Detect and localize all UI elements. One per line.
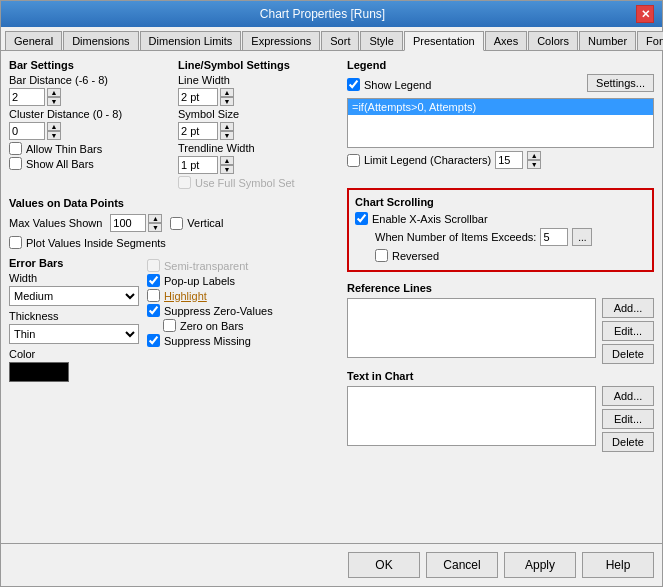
reversed-row: Reversed: [375, 249, 646, 262]
cluster-distance-spinbox: ▲ ▼: [9, 122, 170, 140]
window-title: Chart Properties [Runs]: [9, 7, 636, 21]
line-width-input[interactable]: [178, 88, 218, 106]
symbol-size-down[interactable]: ▼: [220, 131, 234, 140]
vertical-label: Vertical: [187, 217, 223, 229]
reference-lines-textarea[interactable]: [347, 298, 596, 358]
ref-edit-button[interactable]: Edit...: [602, 321, 654, 341]
bar-distance-input[interactable]: [9, 88, 45, 106]
vertical-checkbox[interactable]: [170, 217, 183, 230]
popup-labels-checkbox[interactable]: [147, 274, 160, 287]
settings-button[interactable]: Settings...: [587, 74, 654, 92]
max-values-up[interactable]: ▲: [148, 214, 162, 223]
tab-general[interactable]: General: [5, 31, 62, 50]
exceeds-input[interactable]: [540, 228, 568, 246]
enable-xaxis-checkbox[interactable]: [355, 212, 368, 225]
cluster-distance-label: Cluster Distance (0 - 8): [9, 108, 170, 120]
symbol-size-spinbox: ▲ ▼: [178, 122, 339, 140]
limit-legend-input[interactable]: [495, 151, 523, 169]
chart-properties-window: Chart Properties [Runs] ✕ General Dimens…: [0, 0, 663, 587]
ref-delete-button[interactable]: Delete: [602, 344, 654, 364]
when-exceeds-row: When Number of Items Exceeds: ...: [375, 228, 646, 246]
tab-number[interactable]: Number: [579, 31, 636, 50]
close-button[interactable]: ✕: [636, 5, 654, 23]
highlight-checkbox[interactable]: [147, 289, 160, 302]
color-label: Color: [9, 348, 139, 360]
title-bar: Chart Properties [Runs] ✕: [1, 1, 662, 27]
show-legend-checkbox[interactable]: [347, 78, 360, 91]
text-edit-button[interactable]: Edit...: [602, 409, 654, 429]
symbol-size-up[interactable]: ▲: [220, 122, 234, 131]
line-width-down[interactable]: ▼: [220, 97, 234, 106]
trendline-width-arrows: ▲ ▼: [220, 156, 234, 174]
semi-transparent-checkbox[interactable]: [147, 259, 160, 272]
suppress-zero-row: Suppress Zero-Values: [147, 304, 339, 317]
reversed-checkbox[interactable]: [375, 249, 388, 262]
thickness-select[interactable]: Thin Medium Thick: [9, 324, 139, 344]
line-symbol-group: Line/Symbol Settings Line Width ▲ ▼ Symb…: [178, 59, 339, 191]
use-full-symbol-label: Use Full Symbol Set: [195, 177, 295, 189]
symbol-size-input[interactable]: [178, 122, 218, 140]
trendline-width-spinbox: ▲ ▼: [178, 156, 339, 174]
max-values-label: Max Values Shown: [9, 217, 102, 229]
trendline-width-input[interactable]: [178, 156, 218, 174]
cluster-distance-input[interactable]: [9, 122, 45, 140]
tab-dimensions[interactable]: Dimensions: [63, 31, 138, 50]
line-width-arrows: ▲ ▼: [220, 88, 234, 106]
tab-axes[interactable]: Axes: [485, 31, 527, 50]
popup-labels-row: Pop-up Labels: [147, 274, 339, 287]
help-button[interactable]: Help: [582, 552, 654, 578]
legend-list[interactable]: =if(Attempts>0, Attempts): [347, 98, 654, 148]
text-in-chart-buttons: Add... Edit... Delete: [602, 386, 654, 452]
tab-font[interactable]: Font: [637, 31, 663, 50]
allow-thin-bars-checkbox[interactable]: [9, 142, 22, 155]
cluster-distance-up[interactable]: ▲: [47, 122, 61, 131]
text-in-chart-content: Add... Edit... Delete: [347, 386, 654, 452]
tab-style[interactable]: Style: [360, 31, 402, 50]
enable-xaxis-row: Enable X-Axis Scrollbar: [355, 212, 646, 225]
text-in-chart-textarea[interactable]: [347, 386, 596, 446]
ok-button[interactable]: OK: [348, 552, 420, 578]
plot-inside-label: Plot Values Inside Segments: [26, 237, 166, 249]
legend-item-selected[interactable]: =if(Attempts>0, Attempts): [348, 99, 653, 115]
trendline-width-label: Trendline Width: [178, 142, 339, 154]
limit-legend-row: Limit Legend (Characters) ▲ ▼: [347, 151, 654, 169]
legend-section-label: Legend: [347, 59, 654, 71]
bar-settings-label: Bar Settings: [9, 59, 170, 71]
cancel-button[interactable]: Cancel: [426, 552, 498, 578]
values-section: Values on Data Points Max Values Shown ▲…: [9, 197, 339, 251]
bar-distance-down[interactable]: ▼: [47, 97, 61, 106]
tab-sort[interactable]: Sort: [321, 31, 359, 50]
thickness-label: Thickness: [9, 310, 139, 322]
max-values-spinbox: ▲ ▼: [110, 214, 162, 232]
semi-transparent-row: Semi-transparent: [147, 259, 339, 272]
limit-legend-checkbox[interactable]: [347, 154, 360, 167]
tab-colors[interactable]: Colors: [528, 31, 578, 50]
limit-legend-up[interactable]: ▲: [527, 151, 541, 160]
line-width-up[interactable]: ▲: [220, 88, 234, 97]
line-symbol-label: Line/Symbol Settings: [178, 59, 339, 71]
ref-add-button[interactable]: Add...: [602, 298, 654, 318]
text-delete-button[interactable]: Delete: [602, 432, 654, 452]
trendline-width-down[interactable]: ▼: [220, 165, 234, 174]
show-all-bars-checkbox[interactable]: [9, 157, 22, 170]
max-values-down[interactable]: ▼: [148, 223, 162, 232]
suppress-missing-checkbox[interactable]: [147, 334, 160, 347]
bar-distance-up[interactable]: ▲: [47, 88, 61, 97]
zero-on-bars-checkbox[interactable]: [163, 319, 176, 332]
use-full-symbol-checkbox[interactable]: [178, 176, 191, 189]
max-values-input[interactable]: [110, 214, 146, 232]
color-swatch[interactable]: [9, 362, 69, 382]
plot-inside-checkbox[interactable]: [9, 236, 22, 249]
tab-dimension-limits[interactable]: Dimension Limits: [140, 31, 242, 50]
values-label: Values on Data Points: [9, 197, 339, 209]
tab-expressions[interactable]: Expressions: [242, 31, 320, 50]
trendline-width-up[interactable]: ▲: [220, 156, 234, 165]
suppress-zero-checkbox[interactable]: [147, 304, 160, 317]
width-select[interactable]: Medium Narrow Wide: [9, 286, 139, 306]
exceeds-browse-btn[interactable]: ...: [572, 228, 592, 246]
limit-legend-down[interactable]: ▼: [527, 160, 541, 169]
cluster-distance-down[interactable]: ▼: [47, 131, 61, 140]
tab-presentation[interactable]: Presentation: [404, 31, 484, 51]
apply-button[interactable]: Apply: [504, 552, 576, 578]
text-add-button[interactable]: Add...: [602, 386, 654, 406]
